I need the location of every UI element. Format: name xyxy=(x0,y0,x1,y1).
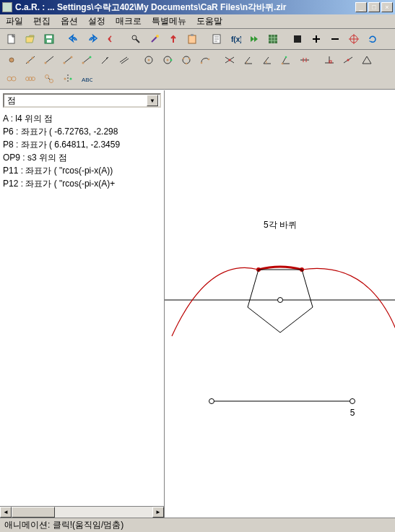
list-item[interactable]: OP9 : s3 위의 점 xyxy=(1,151,162,164)
list-item[interactable]: P6 : 좌표가 ( -6.72763, -2.298 xyxy=(1,125,162,138)
angle-tool-icon[interactable] xyxy=(240,52,256,68)
svg-text:ABC: ABC xyxy=(82,77,92,83)
menu-file[interactable]: 파일 xyxy=(6,15,23,27)
close-button[interactable]: × xyxy=(381,2,393,12)
list-item[interactable]: P12 : 좌표가 ( "rcos(-pi-x(A)+ xyxy=(1,177,162,190)
paste-icon[interactable] xyxy=(184,31,200,47)
object-type-combo[interactable]: 점 ▼ xyxy=(3,93,161,108)
fx-icon[interactable]: f(x) xyxy=(227,31,243,47)
grid-icon[interactable] xyxy=(265,31,281,47)
redo-icon[interactable] xyxy=(84,31,100,47)
minus-icon[interactable] xyxy=(327,31,343,47)
perp-tool-icon[interactable] xyxy=(321,52,337,68)
toolbar-row-2: ABC xyxy=(0,50,395,90)
minimize-button[interactable]: _ xyxy=(355,2,367,12)
svg-rect-63 xyxy=(329,61,331,63)
list-item[interactable]: P8 : 좌표가 ( 6.64811, -2.3459 xyxy=(1,138,162,151)
undo-icon[interactable] xyxy=(66,31,82,47)
svg-line-33 xyxy=(64,57,71,63)
arc-right xyxy=(302,268,395,329)
svg-point-29 xyxy=(27,61,30,64)
seg2-tool-icon[interactable] xyxy=(79,52,95,68)
arc-left xyxy=(172,267,259,336)
axis-label: 5 xyxy=(350,408,355,418)
note-icon[interactable] xyxy=(209,31,225,47)
combo-drop-icon[interactable]: ▼ xyxy=(147,95,158,106)
vector-tool-icon[interactable] xyxy=(97,52,113,68)
stop-icon[interactable] xyxy=(290,31,305,47)
angle3-tool-icon[interactable] xyxy=(278,52,294,68)
svg-point-48 xyxy=(183,58,184,59)
menu-edit[interactable]: 편집 xyxy=(33,15,51,27)
menu-help[interactable]: 도움말 xyxy=(196,15,222,27)
svg-rect-9 xyxy=(191,34,194,36)
object-list[interactable]: A : l4 위의 점 P6 : 좌표가 ( -6.72763, -2.298 … xyxy=(0,111,164,506)
menu-options[interactable]: 옵션 xyxy=(61,15,78,27)
point-tool-icon[interactable] xyxy=(4,52,19,68)
mark-tool-icon[interactable] xyxy=(297,52,313,68)
mid-tool-icon[interactable] xyxy=(340,52,356,68)
svg-line-5 xyxy=(136,39,139,43)
scroll-right-icon[interactable]: ► xyxy=(152,507,164,518)
arrow-up-icon[interactable] xyxy=(165,31,181,47)
ray-tool-icon[interactable] xyxy=(41,52,57,68)
list-hscroll[interactable]: ◄ ► xyxy=(0,506,164,518)
list-item[interactable]: A : l4 위의 점 xyxy=(1,112,162,125)
prev-icon[interactable] xyxy=(103,31,119,47)
svg-point-52 xyxy=(208,59,210,61)
svg-point-46 xyxy=(170,59,173,61)
arc-top xyxy=(259,267,302,270)
svg-point-72 xyxy=(50,80,53,83)
circle2-tool-icon[interactable] xyxy=(160,52,175,68)
menu-settings[interactable]: 설정 xyxy=(88,15,105,27)
angle2-tool-icon[interactable] xyxy=(259,52,275,68)
circle-tool-icon[interactable] xyxy=(141,52,157,68)
open-icon[interactable] xyxy=(22,31,38,47)
svg-point-71 xyxy=(45,75,49,79)
svg-point-49 xyxy=(188,58,190,59)
menu-macro[interactable]: 매크로 xyxy=(116,15,142,27)
sym-tool-icon[interactable] xyxy=(60,71,76,87)
target-icon[interactable] xyxy=(346,31,362,47)
tri-tool-icon[interactable] xyxy=(359,52,375,68)
save-icon[interactable] xyxy=(41,31,57,47)
scroll-thumb[interactable] xyxy=(12,507,55,518)
svg-rect-15 xyxy=(269,35,277,43)
scroll-left-icon[interactable]: ◄ xyxy=(0,507,12,518)
svg-point-47 xyxy=(183,56,190,64)
pentagon-center xyxy=(278,298,283,303)
maximize-button[interactable]: □ xyxy=(368,2,380,12)
play-fwd-icon[interactable] xyxy=(246,31,262,47)
parallel-tool-icon[interactable] xyxy=(116,52,132,68)
toolbar-row-1: f(x) xyxy=(0,29,395,50)
svg-line-73 xyxy=(48,78,50,80)
title-bar: C.a.R. : ... Settings\수락고402\My Document… xyxy=(0,0,395,14)
segment-tool-icon[interactable] xyxy=(60,52,76,68)
new-icon[interactable] xyxy=(4,31,19,47)
chain-tool-icon[interactable] xyxy=(22,71,38,87)
abc-tool-icon[interactable]: ABC xyxy=(79,71,95,87)
chain2-tool-icon[interactable] xyxy=(41,71,57,87)
svg-line-41 xyxy=(121,59,129,64)
svg-point-37 xyxy=(82,62,84,64)
menu-special[interactable]: 특별메뉴 xyxy=(152,15,186,27)
svg-point-45 xyxy=(167,59,169,61)
line-tool-icon[interactable] xyxy=(22,52,38,68)
arc-tool-icon[interactable] xyxy=(197,52,213,68)
intersect-tool-icon[interactable] xyxy=(222,52,238,68)
refresh-icon[interactable] xyxy=(365,31,381,47)
tools-icon[interactable] xyxy=(128,31,144,47)
circle3-tool-icon[interactable] xyxy=(178,52,194,68)
menu-bar: 파일 편집 옵션 설정 매크로 특별메뉴 도움말 xyxy=(0,14,395,29)
link-tool-icon[interactable] xyxy=(4,71,19,87)
svg-point-38 xyxy=(90,56,92,59)
main-area: 점 ▼ A : l4 위의 점 P6 : 좌표가 ( -6.72763, -2.… xyxy=(0,90,395,518)
segment-endpoint xyxy=(350,399,355,404)
wand-icon[interactable] xyxy=(147,31,162,47)
geometry-canvas[interactable]: 5각 바퀴 5 xyxy=(165,90,395,518)
svg-point-56 xyxy=(282,63,284,65)
list-item[interactable]: P11 : 좌표가 ( "rcos(-pi-x(A)) xyxy=(1,164,162,177)
status-bar: 애니메이션: 클릭!(움직임/멈춤) xyxy=(0,518,395,532)
plus-icon[interactable] xyxy=(308,31,324,47)
canvas-title: 5각 바퀴 xyxy=(264,220,297,230)
